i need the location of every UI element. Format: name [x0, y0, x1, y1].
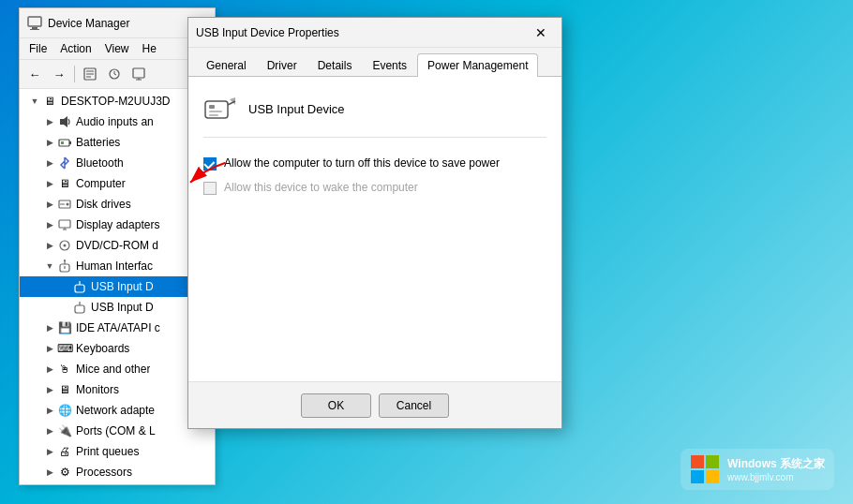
device-icon — [203, 92, 237, 126]
mice-icon: 🖱 — [57, 362, 72, 377]
dvd-expand[interactable]: ▶ — [42, 238, 57, 253]
usb1-icon — [72, 279, 87, 294]
mice-label: Mice and other — [76, 363, 150, 376]
tree-usb1[interactable]: USB Input D — [20, 276, 215, 297]
bluetooth-expand[interactable]: ▶ — [42, 156, 57, 170]
tree-mice[interactable]: ▶ 🖱 Mice and other — [20, 359, 215, 379]
toolbar-update[interactable] — [103, 63, 126, 85]
ide-label: IDE ATA/ATAPI c — [76, 321, 160, 334]
tree-usb2[interactable]: USB Input D — [20, 297, 215, 318]
svg-rect-1 — [32, 27, 37, 29]
computer-label: Computer — [76, 177, 126, 190]
allow-turnoff-checkbox[interactable] — [203, 157, 217, 170]
tree-computer[interactable]: ▶ 🖥 Computer — [20, 173, 215, 194]
computer-icon: 🖥 — [57, 176, 72, 191]
audio-expand[interactable]: ▶ — [42, 114, 57, 129]
power-management-content: Allow the computer to turn off this devi… — [203, 153, 546, 195]
watermark-site: www.bjjmlv.com — [727, 472, 825, 482]
svg-rect-38 — [691, 455, 704, 468]
hid-expand[interactable]: ▼ — [42, 259, 57, 274]
svg-rect-27 — [75, 285, 84, 292]
ide-expand[interactable]: ▶ — [42, 320, 57, 335]
tree-root[interactable]: ▼ 🖥 DESKTOP-M2UUJ3D — [20, 91, 215, 111]
display-expand[interactable]: ▶ — [42, 217, 57, 232]
monitors-expand[interactable]: ▶ — [42, 382, 57, 397]
ide-icon: 💾 — [57, 320, 72, 335]
network-expand[interactable]: ▶ — [42, 403, 57, 418]
menu-view[interactable]: View — [99, 40, 135, 57]
tree-ports[interactable]: ▶ 🔌 Ports (COM & L — [20, 421, 215, 441]
svg-rect-29 — [75, 305, 84, 313]
tree-ide[interactable]: ▶ 💾 IDE ATA/ATAPI c — [20, 318, 215, 338]
keyboards-icon: ⌨ — [57, 341, 72, 356]
tab-driver[interactable]: Driver — [257, 53, 307, 77]
tree-display[interactable]: ▶ Display adapters — [20, 215, 215, 235]
tree-software[interactable]: ▶ 📦 Software device — [20, 482, 215, 484]
print-icon: 🖨 — [57, 444, 72, 459]
tree-monitors[interactable]: ▶ 🖥 Monitors — [20, 379, 215, 400]
svg-point-25 — [64, 259, 66, 261]
device-header: USB Input Device — [203, 92, 546, 138]
tab-details[interactable]: Details — [307, 53, 363, 77]
audio-label: Audio inputs an — [76, 115, 154, 128]
allow-wake-checkbox[interactable] — [203, 182, 217, 195]
svg-rect-34 — [209, 111, 222, 112]
allow-wake-label: Allow this device to wake the computer — [224, 181, 418, 196]
tree-disk[interactable]: ▶ Disk drives — [20, 194, 215, 215]
ports-label: Ports (COM & L — [76, 424, 156, 437]
tab-general[interactable]: General — [196, 53, 257, 77]
batteries-expand[interactable]: ▶ — [42, 135, 57, 150]
tree-audio[interactable]: ▶ Audio inputs an — [20, 111, 215, 132]
menu-file[interactable]: File — [23, 40, 52, 57]
toolbar-properties[interactable] — [79, 63, 101, 85]
tree-bluetooth[interactable]: ▶ Bluetooth — [20, 153, 215, 173]
device-manager-titlebar: Device Manager — [20, 8, 215, 38]
dialog-close-button[interactable]: ✕ — [528, 20, 554, 46]
svg-rect-11 — [60, 119, 64, 125]
tree-keyboards[interactable]: ▶ ⌨ Keyboards — [20, 338, 215, 359]
keyboards-expand[interactable]: ▶ — [42, 341, 57, 356]
toolbar-forward[interactable]: → — [48, 63, 70, 85]
dialog-footer: OK Cancel — [188, 381, 561, 428]
svg-rect-18 — [59, 220, 70, 228]
computer-expand[interactable]: ▶ — [42, 176, 57, 191]
disk-icon — [57, 197, 72, 212]
toolbar-back[interactable]: ← — [23, 63, 46, 85]
checkbox-row-1: Allow the computer to turn off this devi… — [203, 156, 546, 171]
print-label: Print queues — [76, 445, 139, 458]
svg-rect-0 — [28, 17, 41, 26]
ports-expand[interactable]: ▶ — [42, 423, 57, 438]
tree-processors[interactable]: ▶ ⚙ Processors — [20, 462, 215, 482]
root-label: DESKTOP-M2UUJ3D — [61, 95, 170, 108]
toolbar-scan[interactable] — [127, 63, 150, 85]
menu-help[interactable]: He — [137, 40, 162, 57]
svg-rect-8 — [133, 68, 144, 78]
root-expand[interactable]: ▼ — [27, 94, 42, 109]
root-icon: 🖥 — [42, 94, 57, 109]
tree-hid[interactable]: ▼ Human Interfac — [20, 256, 215, 276]
usb1-expand — [57, 279, 72, 294]
mice-expand[interactable]: ▶ — [42, 362, 57, 377]
processors-expand[interactable]: ▶ — [42, 465, 57, 480]
svg-point-22 — [64, 245, 67, 247]
svg-rect-14 — [61, 141, 64, 144]
tree-print[interactable]: ▶ 🖨 Print queues — [20, 441, 215, 462]
print-expand[interactable]: ▶ — [42, 444, 57, 459]
tree-network[interactable]: ▶ 🌐 Network adapte — [20, 400, 215, 421]
menu-action[interactable]: Action — [54, 40, 97, 57]
dialog-titlebar: USB Input Device Properties ✕ — [188, 18, 561, 48]
cancel-button[interactable]: Cancel — [379, 393, 449, 418]
tab-power-management[interactable]: Power Management — [417, 53, 538, 77]
hid-icon — [57, 259, 72, 274]
batteries-label: Batteries — [76, 136, 120, 149]
disk-expand[interactable]: ▶ — [42, 197, 57, 212]
tab-events[interactable]: Events — [362, 53, 417, 77]
tree-dvd[interactable]: ▶ DVD/CD-ROM d — [20, 235, 215, 256]
tree-batteries[interactable]: ▶ Batteries — [20, 132, 215, 153]
ok-button[interactable]: OK — [301, 393, 371, 418]
monitors-icon: 🖥 — [57, 382, 72, 397]
svg-rect-2 — [30, 29, 39, 30]
device-manager-toolbar: ← → — [20, 60, 215, 89]
dvd-label: DVD/CD-ROM d — [76, 239, 158, 252]
svg-rect-13 — [69, 141, 71, 144]
